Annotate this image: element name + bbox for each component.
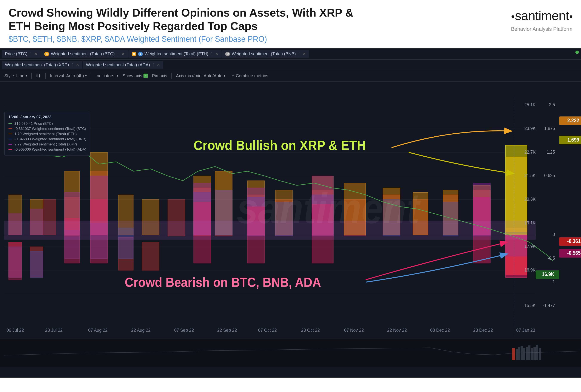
tab-ws-xrp-close[interactable]: ✕ bbox=[76, 62, 79, 67]
svg-rect-143 bbox=[539, 348, 541, 360]
svg-text:23.9K: 23.9K bbox=[525, 126, 536, 131]
tab-ws-btc[interactable]: 8 Weighted sentiment (Total) (BTC) ⋮ ✕ bbox=[41, 50, 128, 58]
show-axis-checkbox[interactable]: ✓ bbox=[143, 74, 148, 78]
tooltip-text-bnb-ws: -0.346803 Weighted sentiment (Total) (BN… bbox=[14, 137, 86, 141]
tooltip-color-eth-ws bbox=[8, 134, 12, 134]
tab-ws-bnb-menu[interactable]: ⋮ bbox=[297, 52, 301, 56]
tooltip-text-eth-ws: 1.70 Weighted sentiment (Total) (ETH) bbox=[14, 132, 77, 136]
svg-rect-83 bbox=[506, 235, 527, 277]
tooltip-color-btc-ws bbox=[8, 128, 12, 129]
svg-text:1.875: 1.875 bbox=[544, 126, 555, 131]
pin-axis-label: Pin axis bbox=[152, 73, 167, 78]
tab-ws-eth-badge: 8 bbox=[132, 52, 136, 56]
show-axis-control[interactable]: Show axis ✓ bbox=[123, 73, 148, 78]
chart-area: 06 Jul 22 23 Jul 22 07 Aug 22 22 Aug 22 … bbox=[0, 82, 581, 378]
svg-rect-0 bbox=[36, 74, 37, 77]
svg-text:-0.5: -0.5 bbox=[548, 256, 555, 260]
header-text-block: Crowd Showing Wildly Different Opinions … bbox=[8, 6, 374, 44]
tab-ws-btc-label: Weighted sentiment (Total) (BTC) bbox=[51, 52, 114, 56]
tab-ws-eth-menu[interactable]: ⋮ bbox=[210, 52, 213, 56]
tab-ws-eth[interactable]: 8 4 Weighted sentiment (Total) (ETH) ⋮ ✕ bbox=[128, 50, 222, 58]
interval-selector[interactable]: Interval: Auto (4h) ▾ bbox=[50, 73, 87, 78]
divider-3 bbox=[91, 73, 91, 79]
svg-text:15.5K: 15.5K bbox=[525, 302, 536, 308]
tab-ws-bnb-label: Weighted sentiment (Total) (BNB) bbox=[232, 52, 296, 56]
tab-ws-xrp-menu[interactable]: ⋮ bbox=[71, 63, 74, 67]
combine-metrics-btn[interactable]: + Combine metrics bbox=[232, 73, 268, 78]
tab-price-btc[interactable]: Price (BTC) ⋮ ✕ bbox=[2, 50, 41, 58]
indicators-selector[interactable]: Indicators: ▾ bbox=[95, 73, 118, 78]
svg-text:2.5: 2.5 bbox=[549, 102, 555, 107]
svg-text:Crowd Bearish on BTC, BNB, ADA: Crowd Bearish on BTC, BNB, ADA bbox=[125, 275, 321, 290]
pin-axis-control[interactable]: Pin axis bbox=[152, 73, 167, 78]
interval-label: Interval: Auto (4h) bbox=[50, 73, 84, 78]
svg-rect-136 bbox=[521, 346, 523, 360]
indicators-chevron: ▾ bbox=[117, 74, 118, 78]
combine-metrics-label: Combine metrics bbox=[236, 73, 268, 78]
svg-rect-138 bbox=[526, 347, 528, 360]
tab-ws-btc-menu[interactable]: ⋮ bbox=[116, 52, 120, 56]
candle-icon bbox=[36, 74, 41, 78]
axis-maxmin-label: Axis max/min: Auto/Auto bbox=[176, 73, 223, 78]
tooltip-row-btc-price: $16,939.41 Price (BTC) bbox=[8, 122, 86, 126]
svg-text:-1.477: -1.477 bbox=[543, 302, 555, 308]
chart-toolbar: Style: Line ▾ Interval: Auto (4h) ▾ Indi… bbox=[0, 70, 581, 82]
tooltip-color-ada-ws bbox=[8, 149, 12, 150]
tab-ws-bnb[interactable]: ⚙ Weighted sentiment (Total) (BNB) ⋮ ✕ bbox=[222, 50, 309, 58]
tooltip-row-ada-ws: -0.565006 Weighted sentiment (Total) (AD… bbox=[8, 148, 86, 152]
tab-price-btc-menu[interactable]: ⋮ bbox=[29, 52, 32, 56]
svg-text:-0.361: -0.361 bbox=[567, 238, 581, 244]
svg-rect-2 bbox=[37, 77, 37, 78]
logo-dot-right bbox=[570, 15, 573, 18]
tab-price-btc-label: Price (BTC) bbox=[5, 52, 27, 56]
tooltip-color-xrp-ws bbox=[8, 144, 12, 144]
tab-ws-btc-badge: 8 bbox=[44, 52, 49, 56]
style-selector[interactable]: Style: Line ▾ bbox=[4, 73, 27, 78]
svg-text:06 Jul 22: 06 Jul 22 bbox=[6, 328, 24, 332]
svg-rect-135 bbox=[518, 347, 520, 360]
logo-text: santiment bbox=[511, 8, 573, 23]
svg-rect-137 bbox=[523, 348, 525, 360]
tab-ws-ada-close[interactable]: ✕ bbox=[157, 62, 160, 67]
page-title: Crowd Showing Wildly Different Opinions … bbox=[8, 6, 374, 33]
status-dot bbox=[576, 50, 579, 54]
tab-ws-ada[interactable]: Weighted sentiment (Total) (ADA) ⋮ ✕ bbox=[83, 61, 163, 69]
tab-bar-row2: Weighted sentiment (Total) (XRP) ⋮ ✕ Wei… bbox=[0, 60, 581, 70]
tooltip-text-btc-ws: -0.361037 Weighted sentiment (Total) (BT… bbox=[14, 127, 86, 131]
svg-text:1.699: 1.699 bbox=[567, 136, 579, 142]
tab-price-btc-close[interactable]: ✕ bbox=[34, 52, 37, 56]
svg-rect-54 bbox=[30, 252, 43, 278]
tab-ws-xrp[interactable]: Weighted sentiment (Total) (XRP) ⋮ ✕ bbox=[2, 61, 82, 69]
svg-text:07 Nov 22: 07 Nov 22 bbox=[344, 328, 364, 332]
tab-bar-row1: Price (BTC) ⋮ ✕ 8 Weighted sentiment (To… bbox=[0, 48, 581, 60]
svg-text:-0.565: -0.565 bbox=[567, 250, 581, 256]
divider-1 bbox=[31, 73, 32, 79]
svg-rect-134 bbox=[516, 350, 518, 360]
tooltip-text-btc-price: $16,939.41 Price (BTC) bbox=[14, 122, 53, 126]
chart-container: Price (BTC) ⋮ ✕ 8 Weighted sentiment (To… bbox=[0, 48, 581, 378]
tab-ws-eth-close[interactable]: ✕ bbox=[215, 52, 218, 56]
interval-chevron: ▾ bbox=[85, 74, 87, 78]
tab-ws-eth-badge2: 4 bbox=[138, 52, 143, 56]
svg-text:08 Dec 22: 08 Dec 22 bbox=[430, 328, 450, 332]
svg-text:0.625: 0.625 bbox=[544, 173, 555, 178]
svg-text:16.9K: 16.9K bbox=[525, 267, 536, 272]
candle-type[interactable] bbox=[36, 74, 41, 78]
annotation-bullish: Crowd Bullish on XRP & ETH bbox=[194, 138, 366, 153]
svg-text:22.7K: 22.7K bbox=[525, 149, 536, 154]
svg-text:19.1K: 19.1K bbox=[525, 220, 536, 225]
tab-ws-btc-close[interactable]: ✕ bbox=[121, 52, 125, 56]
axis-maxmin-chevron: ▾ bbox=[224, 74, 225, 78]
svg-rect-139 bbox=[528, 345, 531, 360]
tab-ws-ada-menu[interactable]: ⋮ bbox=[152, 63, 155, 67]
logo-dot-left bbox=[512, 15, 514, 18]
axis-maxmin-selector[interactable]: Axis max/min: Auto/Auto ▾ bbox=[176, 73, 225, 78]
svg-text:22 Sep 22: 22 Sep 22 bbox=[217, 328, 237, 332]
tooltip-text-ada-ws: -0.565006 Weighted sentiment (Total) (AD… bbox=[14, 148, 86, 152]
tab-ws-bnb-close[interactable]: ✕ bbox=[303, 52, 306, 56]
tab-ws-bnb-badge: ⚙ bbox=[225, 52, 230, 56]
svg-text:2.222: 2.222 bbox=[567, 118, 579, 123]
chart-tooltip: 16:00, January 07, 2023 $16,939.41 Price… bbox=[4, 112, 90, 156]
svg-text:07 Oct 22: 07 Oct 22 bbox=[258, 328, 277, 332]
style-chevron: ▾ bbox=[25, 74, 27, 78]
